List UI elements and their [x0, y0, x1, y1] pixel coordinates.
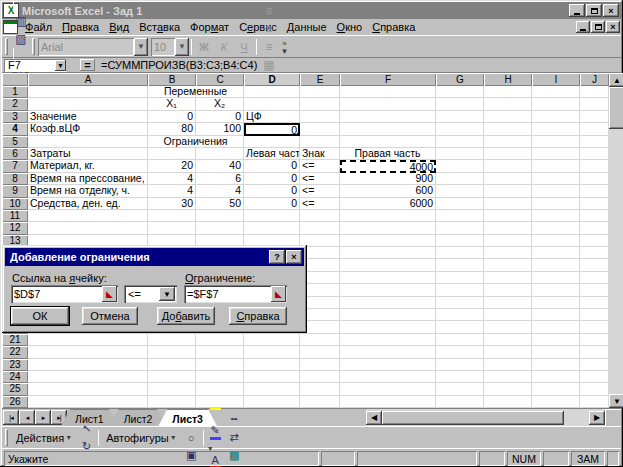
- cell-C10[interactable]: 50: [196, 198, 244, 210]
- cell-A22[interactable]: [28, 346, 148, 358]
- cell-B24[interactable]: [148, 371, 196, 383]
- cell-H2[interactable]: [484, 98, 532, 110]
- cell-J14[interactable]: [580, 247, 609, 259]
- cell-J13[interactable]: [580, 235, 609, 247]
- cell-A10[interactable]: Средства, ден. ед.: [28, 198, 148, 210]
- cell-A12[interactable]: [28, 222, 148, 234]
- minimize-button[interactable]: [569, 4, 585, 17]
- merge-center-button[interactable]: ▦: [259, 56, 279, 74]
- cell-E7[interactable]: <=: [300, 160, 340, 172]
- cell-A4[interactable]: Коэф.вЦФ: [28, 123, 148, 135]
- cell-B6[interactable]: [148, 148, 196, 160]
- font-name-combo[interactable]: Arial ▼: [38, 38, 148, 56]
- row-header-26[interactable]: 26: [2, 396, 28, 408]
- cell-D5[interactable]: [244, 136, 300, 148]
- cell-J9[interactable]: [580, 185, 609, 197]
- menu-данные[interactable]: Данные: [282, 20, 332, 34]
- cell-G3[interactable]: [436, 111, 484, 123]
- sheet-tab-лист3[interactable]: Лист3: [158, 409, 217, 426]
- bold-button[interactable]: Ж: [194, 38, 214, 56]
- select-all-button[interactable]: [2, 73, 28, 86]
- cell-E21[interactable]: [300, 334, 340, 346]
- cell-B12[interactable]: [148, 222, 196, 234]
- cell-J11[interactable]: [580, 210, 609, 222]
- cell-F19[interactable]: [340, 309, 436, 321]
- cell-B5[interactable]: Ограничения: [148, 136, 244, 148]
- cell-J18[interactable]: [580, 297, 609, 309]
- cell-B4[interactable]: 80: [148, 123, 196, 135]
- cell-B26[interactable]: [148, 396, 196, 408]
- cell-G12[interactable]: [436, 222, 484, 234]
- cell-A6[interactable]: Затраты: [28, 148, 148, 160]
- cell-J15[interactable]: [580, 259, 609, 271]
- cell-E4[interactable]: [300, 123, 340, 135]
- align-left-button[interactable]: ≡: [259, 2, 279, 20]
- cell-I1[interactable]: [532, 86, 580, 98]
- row-header-2[interactable]: 2: [2, 98, 28, 110]
- row-header-9[interactable]: 9: [2, 185, 28, 197]
- vertical-scroll-track[interactable]: [609, 129, 623, 394]
- cell-F24[interactable]: [340, 371, 436, 383]
- chevron-down-icon[interactable]: ▼: [134, 38, 148, 56]
- cell-H15[interactable]: [484, 259, 532, 271]
- cell-E22[interactable]: [300, 346, 340, 358]
- cell-J6[interactable]: [580, 148, 609, 160]
- scroll-right-icon[interactable]: ▶: [589, 411, 605, 425]
- cell-I24[interactable]: [532, 371, 580, 383]
- cell-F8[interactable]: 900: [340, 173, 436, 185]
- row-header-8[interactable]: 8: [2, 173, 28, 185]
- cell-I21[interactable]: [532, 334, 580, 346]
- row-header-1[interactable]: 1: [2, 86, 28, 98]
- cell-D26[interactable]: [244, 396, 300, 408]
- cell-B8[interactable]: 4: [148, 173, 196, 185]
- cell-I14[interactable]: [532, 247, 580, 259]
- chevron-down-icon[interactable]: ▼: [175, 38, 189, 56]
- cell-D23[interactable]: [244, 359, 300, 371]
- column-header-D[interactable]: D: [244, 73, 300, 86]
- cell-E26[interactable]: [300, 396, 340, 408]
- cell-J25[interactable]: [580, 383, 609, 395]
- cell-F1[interactable]: [340, 86, 436, 98]
- cell-E11[interactable]: [300, 210, 340, 222]
- cell-I12[interactable]: [532, 222, 580, 234]
- cell-F2[interactable]: [340, 98, 436, 110]
- cell-G5[interactable]: [436, 136, 484, 148]
- cell-D22[interactable]: [244, 346, 300, 358]
- cell-D12[interactable]: [244, 222, 300, 234]
- cell-I7[interactable]: [532, 160, 580, 172]
- chevron-down-icon[interactable]: ▼: [55, 60, 66, 71]
- arrow-style-button[interactable]: ⇄: [225, 429, 244, 447]
- cell-C25[interactable]: [196, 383, 244, 395]
- cell-D6[interactable]: Левая часть: [244, 148, 300, 160]
- cell-D11[interactable]: [244, 210, 300, 222]
- cell-C12[interactable]: [196, 222, 244, 234]
- cell-E1[interactable]: [300, 86, 340, 98]
- cell-H4[interactable]: [484, 123, 532, 135]
- underline-button[interactable]: Ч: [234, 38, 254, 56]
- row-header-21[interactable]: 21: [2, 334, 28, 346]
- font-size-combo[interactable]: 10 ▼: [151, 38, 189, 56]
- horizontal-scroll-track[interactable]: [564, 411, 589, 425]
- cell-E5[interactable]: [300, 136, 340, 148]
- cancel-button[interactable]: Отмена: [82, 307, 138, 325]
- cell-A2[interactable]: [28, 98, 148, 110]
- cell-J4[interactable]: [580, 123, 609, 135]
- cell-I10[interactable]: [532, 198, 580, 210]
- cell-F20[interactable]: [340, 321, 436, 333]
- cell-F3[interactable]: [340, 111, 436, 123]
- ok-button[interactable]: ОК: [11, 307, 69, 325]
- cell-J17[interactable]: [580, 284, 609, 296]
- formula-text[interactable]: =СУММПРОИЗВ(B3:C3;B4:C4): [101, 59, 257, 71]
- cell-F22[interactable]: [340, 346, 436, 358]
- row-header-23[interactable]: 23: [2, 359, 28, 371]
- workbook-restore-button[interactable]: [591, 21, 605, 33]
- next-sheet-icon[interactable]: ▸: [35, 410, 51, 425]
- cell-D9[interactable]: 0: [244, 185, 300, 197]
- cell-H16[interactable]: [484, 272, 532, 284]
- column-header-G[interactable]: G: [436, 73, 484, 86]
- close-button[interactable]: ×: [603, 4, 619, 17]
- cell-G17[interactable]: [436, 284, 484, 296]
- cell-B25[interactable]: [148, 383, 196, 395]
- cell-C26[interactable]: [196, 396, 244, 408]
- workbook-minimize-button[interactable]: [576, 21, 590, 33]
